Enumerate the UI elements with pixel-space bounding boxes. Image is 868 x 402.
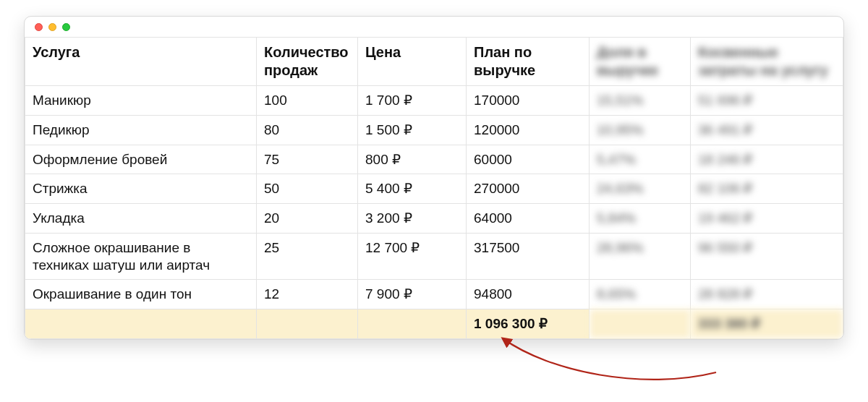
cell-service: Маникюр xyxy=(25,86,257,116)
cell-share: 5,47% xyxy=(590,145,691,174)
cell-indirect: 28 828 ₽ xyxy=(691,280,843,309)
cell-qty: 50 xyxy=(257,174,358,204)
cell-indirect: 19 462 ₽ xyxy=(691,204,843,234)
cell-service: Сложное окрашивание в техниках шатуш или… xyxy=(25,233,257,280)
total-indirect: 333 380 ₽ xyxy=(691,309,843,339)
total-qty xyxy=(257,309,358,339)
cell-service: Окрашивание в один тон xyxy=(25,280,257,309)
col-header-share: Доля в выручке xyxy=(590,38,691,86)
col-header-service: Услуга xyxy=(25,38,257,86)
cell-price: 800 ₽ xyxy=(358,145,467,174)
total-share xyxy=(590,309,691,339)
table-header-row: Услуга Количество продаж Цена План по вы… xyxy=(25,38,843,86)
cell-price: 1 700 ₽ xyxy=(358,86,467,116)
cell-share: 5,84% xyxy=(590,204,691,234)
window-titlebar xyxy=(25,17,843,37)
cell-price: 5 400 ₽ xyxy=(358,174,467,204)
cell-plan: 170000 xyxy=(467,86,590,116)
cell-share: 24,63% xyxy=(590,174,691,204)
cell-share: 15,51% xyxy=(590,86,691,116)
table-row: Маникюр 100 1 700 ₽ 170000 15,51% 51 696… xyxy=(25,86,843,116)
cell-price: 3 200 ₽ xyxy=(358,204,467,234)
window-zoom-icon[interactable] xyxy=(62,23,70,31)
total-price xyxy=(358,309,467,339)
cell-plan: 60000 xyxy=(467,145,590,174)
cell-plan: 270000 xyxy=(467,174,590,204)
cell-plan: 120000 xyxy=(467,115,590,145)
annotation-arrow-icon xyxy=(463,333,723,390)
table-row: Оформление бровей 75 800 ₽ 60000 5,47% 1… xyxy=(25,145,843,174)
table-row: Укладка 20 3 200 ₽ 64000 5,84% 19 462 ₽ xyxy=(25,204,843,234)
cell-indirect: 36 491 ₽ xyxy=(691,115,843,145)
cell-share: 10,95% xyxy=(590,115,691,145)
col-header-price: Цена xyxy=(358,38,467,86)
col-header-plan: План по выручке xyxy=(467,38,590,86)
cell-plan: 94800 xyxy=(467,280,590,309)
col-header-indirect: Косвенные затраты на услугу xyxy=(691,38,843,86)
cell-price: 12 700 ₽ xyxy=(358,233,467,280)
cell-plan: 64000 xyxy=(467,204,590,234)
table-row: Окрашивание в один тон 12 7 900 ₽ 94800 … xyxy=(25,280,843,309)
cell-share: 8,65% xyxy=(590,280,691,309)
cell-qty: 20 xyxy=(257,204,358,234)
revenue-plan-table: Услуга Количество продаж Цена План по вы… xyxy=(25,37,843,339)
cell-qty: 12 xyxy=(257,280,358,309)
app-window: Услуга Количество продаж Цена План по вы… xyxy=(24,16,844,340)
cell-price: 1 500 ₽ xyxy=(358,115,467,145)
cell-indirect: 51 696 ₽ xyxy=(691,86,843,116)
cell-indirect: 82 106 ₽ xyxy=(691,174,843,204)
table-total-row: 1 096 300 ₽ 333 380 ₽ xyxy=(25,309,843,339)
total-plan: 1 096 300 ₽ xyxy=(467,309,590,339)
table-row: Сложное окрашивание в техниках шатуш или… xyxy=(25,233,843,280)
col-header-qty: Количество продаж xyxy=(257,38,358,86)
cell-qty: 100 xyxy=(257,86,358,116)
window-minimize-icon[interactable] xyxy=(48,23,56,31)
cell-share: 28,96% xyxy=(590,233,691,280)
cell-qty: 25 xyxy=(257,233,358,280)
cell-price: 7 900 ₽ xyxy=(358,280,467,309)
cell-qty: 75 xyxy=(257,145,358,174)
table-row: Стрижка 50 5 400 ₽ 270000 24,63% 82 106 … xyxy=(25,174,843,204)
cell-service: Оформление бровей xyxy=(25,145,257,174)
table-row: Педикюр 80 1 500 ₽ 120000 10,95% 36 491 … xyxy=(25,115,843,145)
cell-qty: 80 xyxy=(257,115,358,145)
cell-indirect: 18 246 ₽ xyxy=(691,145,843,174)
cell-indirect: 96 550 ₽ xyxy=(691,233,843,280)
cell-service: Укладка xyxy=(25,204,257,234)
window-close-icon[interactable] xyxy=(35,23,43,31)
cell-service: Стрижка xyxy=(25,174,257,204)
cell-plan: 317500 xyxy=(467,233,590,280)
cell-service: Педикюр xyxy=(25,115,257,145)
total-service xyxy=(25,309,257,339)
